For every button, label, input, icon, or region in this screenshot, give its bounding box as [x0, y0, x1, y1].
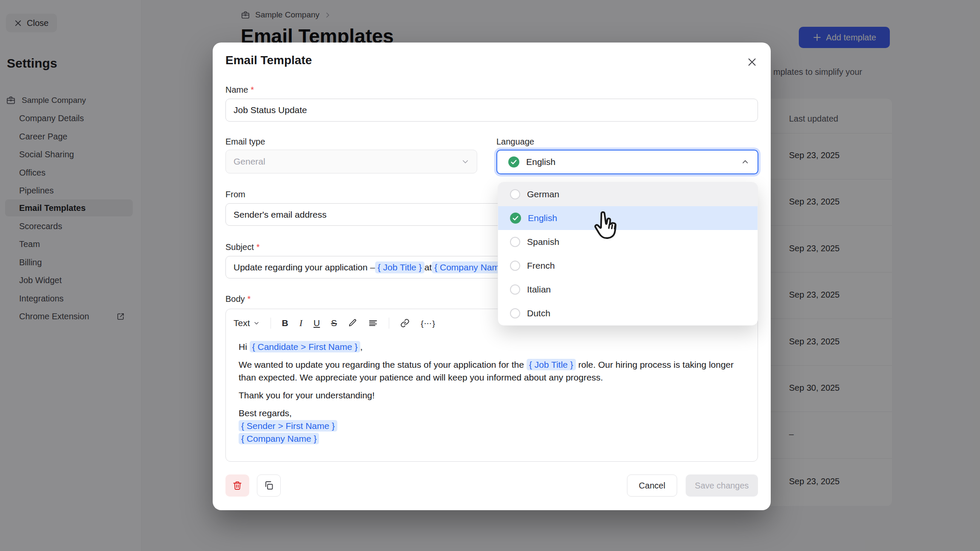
- language-select[interactable]: English: [496, 150, 758, 174]
- language-option-italian[interactable]: Italian: [498, 278, 758, 301]
- radio-icon: [510, 308, 520, 318]
- radio-icon: [510, 284, 520, 295]
- name-input[interactable]: [225, 99, 758, 122]
- variable-token[interactable]: { Job Title }: [375, 261, 424, 273]
- subject-label: Subject*: [225, 242, 260, 252]
- divider: [389, 318, 389, 329]
- language-option-german[interactable]: German: [498, 182, 758, 206]
- body-paragraph: Thank you for your understanding!: [239, 389, 734, 402]
- close-icon: [747, 57, 757, 67]
- body-editor: Text B I U S {⋯}: [225, 309, 758, 462]
- variable-token[interactable]: { Sender > First Name }: [239, 420, 337, 432]
- language-option-french[interactable]: French: [498, 254, 758, 278]
- name-label: Name*: [225, 85, 254, 95]
- body-label: Body*: [225, 294, 251, 304]
- align-left-icon: [368, 318, 378, 328]
- language-option-english[interactable]: English: [498, 206, 758, 230]
- editor-toolbar: Text B I U S {⋯}: [234, 313, 436, 333]
- email-type-label: Email type: [225, 137, 265, 147]
- align-button[interactable]: [368, 318, 378, 328]
- bold-button[interactable]: B: [282, 318, 288, 328]
- link-icon: [400, 318, 410, 328]
- chevron-down-icon: [462, 158, 469, 165]
- language-option-dutch[interactable]: Dutch: [498, 301, 758, 325]
- chevron-up-icon: [741, 158, 749, 166]
- body-paragraph: Hi { Candidate > First Name },: [239, 341, 734, 353]
- link-button[interactable]: [400, 318, 410, 328]
- modal-close-button[interactable]: [744, 54, 760, 70]
- trash-icon: [232, 480, 242, 491]
- save-changes-button[interactable]: Save changes: [686, 474, 758, 497]
- highlight-button[interactable]: [348, 318, 357, 328]
- radio-icon: [510, 189, 520, 199]
- check-circle-icon: [510, 213, 521, 224]
- language-label: Language: [496, 137, 534, 147]
- language-option-spanish[interactable]: Spanish: [498, 230, 758, 254]
- duplicate-template-button[interactable]: [257, 474, 281, 497]
- language-dropdown: German English Spanish French Italian Du…: [498, 182, 758, 326]
- variable-button[interactable]: {⋯}: [421, 318, 436, 328]
- variable-token[interactable]: { Candidate > First Name }: [250, 341, 360, 352]
- radio-icon: [510, 261, 520, 271]
- chevron-down-icon: [254, 320, 259, 326]
- email-type-select[interactable]: General: [225, 150, 477, 173]
- modal-title: Email Template: [225, 54, 312, 67]
- divider: [271, 318, 271, 329]
- from-label: From: [225, 190, 245, 199]
- italic-button[interactable]: I: [299, 318, 302, 329]
- language-value: English: [526, 157, 741, 167]
- body-paragraph: We wanted to update you regarding the st…: [239, 358, 734, 384]
- app: Close Settings Sample Company Company De…: [0, 0, 980, 551]
- highlighter-icon: [348, 318, 357, 328]
- cancel-button[interactable]: Cancel: [627, 474, 677, 497]
- body-paragraph: { Sender > First Name }: [239, 420, 734, 432]
- radio-icon: [510, 237, 520, 247]
- text-style-dropdown[interactable]: Text: [234, 318, 259, 328]
- underline-button[interactable]: U: [313, 318, 320, 328]
- body-paragraph: { Company Name }: [239, 432, 734, 445]
- body-content[interactable]: Hi { Candidate > First Name }, We wanted…: [239, 341, 734, 445]
- delete-template-button[interactable]: [225, 474, 249, 497]
- cursor-pointer-icon: [587, 207, 623, 245]
- variable-token[interactable]: { Job Title }: [527, 359, 576, 370]
- check-circle-icon: [508, 156, 519, 168]
- copy-icon: [264, 480, 274, 491]
- strikethrough-button[interactable]: S: [331, 318, 337, 328]
- variable-token[interactable]: { Company Name }: [239, 433, 319, 444]
- body-paragraph: Best regards,: [239, 407, 734, 420]
